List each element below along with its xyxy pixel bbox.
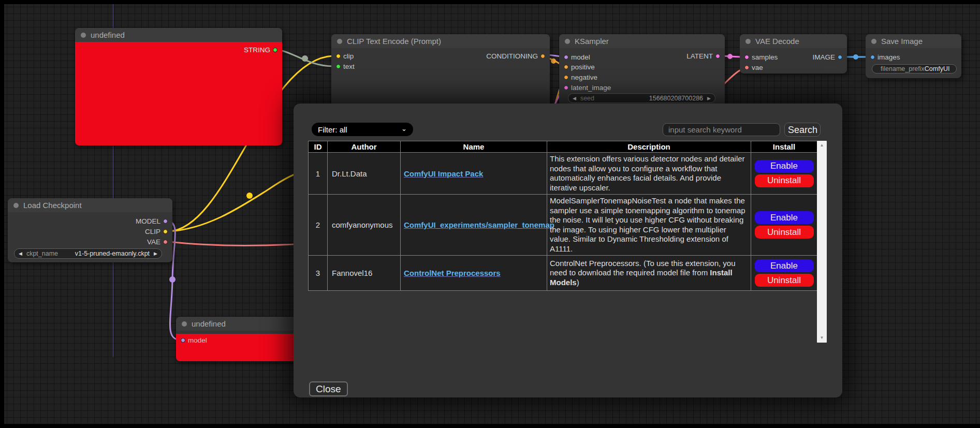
header-description: Description [547,141,751,153]
node-status-dot [871,39,876,44]
scrollbar[interactable]: ▲ ▼ [817,141,827,343]
scroll-up-icon[interactable]: ▲ [817,142,827,149]
input-slot-clip[interactable]: clip [333,52,354,60]
slot-dot [564,85,568,90]
ckpt-name-widget[interactable]: ◀ ckpt_name v1-5-pruned-emaonly.ckpt ▶ [14,248,162,259]
slot-dot [336,64,341,69]
slot-dot [273,48,277,52]
output-slot-image[interactable]: IMAGE [812,53,845,61]
node-title: undefined [91,31,125,39]
slot-dot [336,54,341,58]
input-slot-model[interactable]: model [561,53,590,61]
extension-link[interactable]: ComfyUI_experiments/sampler_tonemap [404,220,554,229]
extension-grid: ID Author Name Description Install 1 Dr.… [308,141,827,343]
close-button[interactable]: Close [309,381,348,396]
slot-dot [744,55,749,60]
top-letterbox [0,0,980,4]
bottom-letterbox [0,424,980,428]
input-slot-positive[interactable]: positive [561,63,595,71]
decrement-arrow-icon: ◀ [14,251,26,256]
node-title: VAE Decode [755,37,799,46]
node-title: CLIP Text Encode (Prompt) [347,37,441,46]
node-title: Save Image [881,37,923,46]
input-slot-images[interactable]: images [868,53,900,61]
extension-manager-dialog: Filter: all ⌄ Search ID Author Name Desc… [294,104,842,397]
node-clip-text-encode[interactable]: CLIP Text Encode (Prompt) clip text COND… [331,34,550,112]
node-status-dot [745,39,751,44]
node-status-dot [182,321,187,327]
input-slot-text[interactable]: text [333,62,355,70]
slot-dot [564,65,568,69]
uninstall-button[interactable]: Uninstall [755,226,814,239]
left-letterbox [0,0,4,428]
header-name: Name [401,141,547,153]
node-load-checkpoint[interactable]: Load Checkpoint MODEL CLIP VAE ◀ ckpt_na… [8,198,172,262]
input-slot-samples[interactable]: samples [742,53,778,61]
node-title: Load Checkpoint [23,201,82,210]
seed-widget[interactable]: ◀ seed 156680208700286 ▶ [568,93,715,103]
slot-dot [838,55,842,60]
slot-dot [163,219,168,224]
header-id: ID [309,141,328,153]
slot-dot [564,75,568,80]
node-status-dot [13,203,19,208]
slot-dot [870,55,875,60]
scroll-down-icon[interactable]: ▼ [817,334,827,342]
input-slot-latent-image[interactable]: latent_image [561,83,611,92]
table-row: 2 comfyanonymous ComfyUI_experiments/sam… [309,195,817,256]
uninstall-button[interactable]: Uninstall [755,174,814,187]
output-slot-clip[interactable]: CLIP [145,227,170,235]
extension-table: ID Author Name Description Install 1 Dr.… [308,141,817,291]
header-author: Author [328,141,401,153]
enable-button[interactable]: Enable [755,259,814,272]
decrement-arrow-icon: ◀ [568,96,580,101]
node-title: undefined [192,319,226,328]
search-button[interactable]: Search [784,123,821,137]
slot-dot [163,229,168,234]
slot-dot [181,338,185,343]
slot-dot [163,240,168,244]
error-node-body [75,42,282,145]
increment-arrow-icon: ▶ [150,251,162,256]
input-slot-negative[interactable]: negative [561,73,597,81]
node-title: KSampler [575,37,609,46]
output-slot-vae[interactable]: VAE [147,238,170,246]
filter-select[interactable]: Filter: all ⌄ [312,123,413,136]
extension-link[interactable]: ComfyUI Impact Pack [404,169,483,178]
output-slot-conditioning[interactable]: CONDITIONING [486,52,548,60]
node-save-image[interactable]: Save Image images filename_prefix ComfyU… [866,34,961,78]
node-status-dot [337,39,342,44]
header-install: Install [751,141,817,153]
table-header-row: ID Author Name Description Install [309,141,817,153]
wire-clip-to-hidden [169,171,303,231]
output-slot-latent[interactable]: LATENT [686,52,723,60]
chevron-down-icon: ⌄ [401,125,407,132]
slot-dot [715,54,720,58]
filename-prefix-widget[interactable]: filename_prefix ComfyUI [872,64,957,73]
node-ksampler[interactable]: KSampler model positive negative latent_… [559,34,725,109]
search-input[interactable] [663,123,780,136]
output-slot-model[interactable]: MODEL [136,217,170,225]
node-status-dot [565,39,570,44]
table-row: 3 Fannovel16 ControlNet Preprocessors Co… [309,256,817,291]
slot-dot [540,54,545,58]
slot-dot [744,65,749,70]
uninstall-button[interactable]: Uninstall [755,274,814,287]
output-slot-string[interactable]: STRING [244,46,280,54]
extension-link[interactable]: ControlNet Preprocessors [404,269,501,277]
table-row: 1 Dr.Lt.Data ComfyUI Impact Pack This ex… [309,153,817,195]
input-slot-model[interactable]: model [178,336,207,344]
node-vae-decode[interactable]: VAE Decode samples vae IMAGE [740,34,847,73]
input-slot-vae[interactable]: vae [742,63,763,71]
enable-button[interactable]: Enable [755,160,814,173]
graph-canvas[interactable]: undefined STRING CLIP Text Encode (Promp… [0,0,980,428]
slot-dot [564,55,568,60]
increment-arrow-icon: ▶ [703,96,715,101]
node-status-dot [81,33,86,38]
node-undefined-top[interactable]: undefined STRING [75,28,282,145]
enable-button[interactable]: Enable [755,211,814,224]
